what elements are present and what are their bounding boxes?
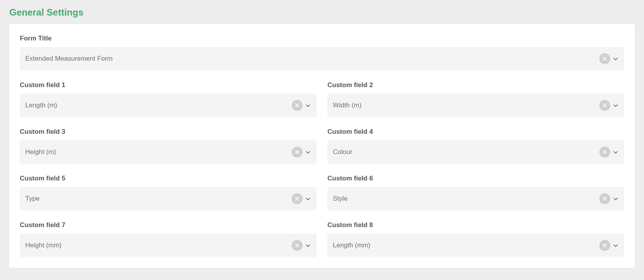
clear-icon[interactable] <box>599 53 610 64</box>
custom-field-input-wrap <box>327 94 624 117</box>
clear-icon[interactable] <box>599 240 610 251</box>
chevron-down-icon[interactable] <box>305 197 311 201</box>
custom-field-input[interactable] <box>25 148 292 156</box>
clear-icon[interactable] <box>599 193 610 204</box>
custom-field-controls <box>292 193 311 204</box>
custom-field-input-wrap <box>20 140 317 164</box>
chevron-down-icon[interactable] <box>613 103 619 107</box>
custom-field-controls <box>292 240 311 251</box>
custom-field-label: Custom field 6 <box>327 175 624 182</box>
clear-icon[interactable] <box>292 100 303 111</box>
form-title-label: Form Title <box>20 35 624 42</box>
custom-field-label: Custom field 7 <box>20 221 317 229</box>
custom-field-input[interactable] <box>333 195 599 203</box>
custom-field-input[interactable] <box>25 242 292 249</box>
custom-field-input-wrap <box>327 187 624 210</box>
custom-field-4: Custom field 4 <box>327 128 624 164</box>
custom-field-5: Custom field 5 <box>20 175 317 210</box>
custom-field-input-wrap <box>327 140 624 164</box>
chevron-down-icon[interactable] <box>613 57 619 61</box>
form-title-field: Form Title <box>20 35 624 70</box>
custom-field-8: Custom field 8 <box>327 221 624 257</box>
clear-icon[interactable] <box>599 100 610 111</box>
custom-field-input[interactable] <box>333 102 599 109</box>
custom-field-controls <box>292 100 311 111</box>
custom-field-6: Custom field 6 <box>327 175 624 210</box>
form-title-input[interactable] <box>25 55 599 63</box>
custom-field-input-wrap <box>20 187 317 210</box>
section-title: General Settings <box>9 7 635 18</box>
custom-field-input[interactable] <box>25 102 292 109</box>
custom-field-controls <box>599 147 619 158</box>
custom-field-7: Custom field 7 <box>20 221 317 257</box>
custom-field-1: Custom field 1 <box>20 81 317 117</box>
custom-field-controls <box>599 100 619 111</box>
settings-panel: Form Title Custom field 1 <box>9 23 635 268</box>
custom-field-label: Custom field 3 <box>20 128 317 136</box>
custom-field-input[interactable] <box>25 195 292 203</box>
clear-icon[interactable] <box>292 147 303 158</box>
custom-field-label: Custom field 4 <box>327 128 624 136</box>
custom-field-controls <box>292 147 311 158</box>
custom-field-input-wrap <box>20 234 317 257</box>
chevron-down-icon[interactable] <box>305 243 311 247</box>
clear-icon[interactable] <box>292 193 303 204</box>
custom-field-input[interactable] <box>333 148 599 156</box>
custom-field-label: Custom field 8 <box>327 221 624 229</box>
chevron-down-icon[interactable] <box>305 150 311 154</box>
custom-field-2: Custom field 2 <box>327 81 624 117</box>
form-title-input-wrap <box>20 47 624 70</box>
form-title-controls <box>599 53 619 64</box>
clear-icon[interactable] <box>599 147 610 158</box>
custom-field-label: Custom field 1 <box>20 81 317 89</box>
chevron-down-icon[interactable] <box>613 197 619 201</box>
custom-field-input[interactable] <box>333 242 599 249</box>
clear-icon[interactable] <box>292 240 303 251</box>
chevron-down-icon[interactable] <box>613 150 619 154</box>
custom-field-input-wrap <box>327 234 624 257</box>
chevron-down-icon[interactable] <box>305 103 311 107</box>
chevron-down-icon[interactable] <box>613 243 619 247</box>
custom-field-controls <box>599 240 619 251</box>
custom-field-controls <box>599 193 619 204</box>
custom-field-3: Custom field 3 <box>20 128 317 164</box>
custom-field-label: Custom field 2 <box>327 81 624 89</box>
custom-field-input-wrap <box>20 94 317 117</box>
custom-field-label: Custom field 5 <box>20 175 317 182</box>
